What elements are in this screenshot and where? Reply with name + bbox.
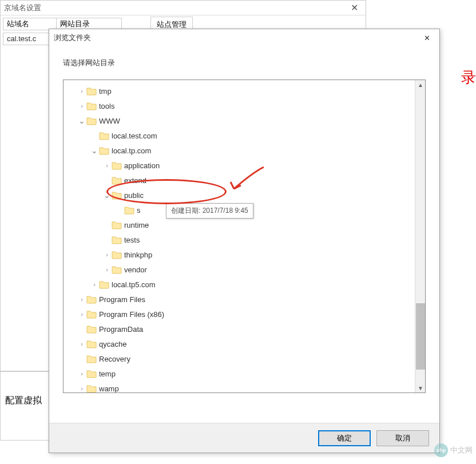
tree-arrow-icon[interactable]: ⌄: [77, 116, 86, 125]
folder-icon: [86, 369, 97, 378]
scrollbar[interactable]: ▲ ▼: [415, 80, 425, 392]
tree-item-label: extend: [124, 176, 146, 185]
bg-bottom-label: 配置虚拟: [5, 395, 42, 405]
dialog-close-button[interactable]: ✕: [414, 29, 439, 46]
tree-item-tmp[interactable]: ›tmp: [77, 84, 415, 98]
cancel-button-label: 取消: [395, 433, 410, 443]
folder-icon: [86, 384, 97, 392]
tree-item-temp[interactable]: ›temp: [77, 366, 415, 381]
bg-title-text: 京域名设置: [4, 1, 41, 15]
tree-item-tools[interactable]: ›tools: [77, 98, 415, 113]
folder-icon: [86, 86, 97, 96]
folder-icon: [112, 220, 122, 229]
scroll-thumb[interactable]: [416, 303, 425, 370]
tree-item-label: s: [137, 206, 141, 215]
folder-icon: [112, 176, 122, 185]
watermark-logo-icon: php: [434, 443, 448, 457]
bg-close-icon[interactable]: ✕: [343, 1, 366, 15]
folder-icon: [86, 101, 97, 110]
dialog-body: 请选择网站目录 ›tmp›tools⌄WWWlocal.test.com⌄loc…: [49, 46, 439, 393]
folder-icon: [86, 310, 97, 319]
tree-item-label: thinkphp: [124, 251, 152, 259]
tree-arrow-icon[interactable]: ›: [77, 370, 86, 377]
tree-item-programdata[interactable]: ProgramData: [77, 322, 415, 336]
scroll-down-icon[interactable]: ▼: [416, 383, 425, 392]
tree-item-label: qycache: [99, 340, 126, 348]
tree-item-label: tools: [99, 102, 114, 110]
tree-item-extend[interactable]: extend: [77, 173, 415, 188]
tree-item-runtime[interactable]: runtime: [77, 217, 415, 232]
dialog-title-text: 浏览文件夹: [54, 33, 91, 43]
tree-item-label: Recovery: [99, 355, 130, 363]
folder-icon: [86, 354, 97, 363]
tree-arrow-icon[interactable]: ›: [77, 296, 86, 303]
tree-item-application[interactable]: ›application: [77, 158, 415, 173]
tree-arrow-icon[interactable]: ›: [77, 102, 86, 109]
tree-container: ›tmp›tools⌄WWWlocal.test.com⌄local.tp.co…: [63, 80, 426, 393]
folder-icon: [112, 235, 122, 244]
tree-item-public[interactable]: ⌄public: [77, 188, 415, 203]
watermark: php 中文网: [434, 443, 473, 457]
tree-arrow-icon[interactable]: ⌄: [102, 191, 112, 200]
folder-icon: [86, 324, 97, 334]
folder-icon: [99, 280, 109, 289]
watermark-text: 中文网: [450, 445, 473, 455]
folder-icon: [86, 295, 97, 304]
folder-icon: [86, 116, 97, 125]
tree-arrow-icon[interactable]: ›: [77, 88, 86, 94]
folder-icon: [124, 205, 134, 215]
ok-button-label: 确定: [337, 433, 352, 443]
tree-arrow-icon[interactable]: ›: [102, 266, 112, 273]
tree-item-label: local.tp5.com: [112, 280, 156, 289]
folder-tree[interactable]: ›tmp›tools⌄WWWlocal.test.com⌄local.tp.co…: [64, 80, 415, 392]
tree-arrow-icon[interactable]: ⌄: [90, 146, 99, 155]
tree-item-label: WWW: [99, 117, 120, 125]
tooltip: 创建日期: 2017/7/18 9:45: [166, 203, 253, 219]
folder-icon: [112, 161, 122, 170]
tree-item-label: local.test.com: [112, 132, 157, 140]
tree-item-qycache[interactable]: ›qycache: [77, 336, 415, 351]
tree-item-label: runtime: [124, 221, 149, 229]
tree-item-local-tp-com[interactable]: ⌄local.tp.com: [77, 143, 415, 158]
tree-item-label: tests: [124, 236, 140, 244]
tree-arrow-icon[interactable]: ›: [90, 281, 99, 288]
dialog-titlebar: 浏览文件夹 ✕: [49, 29, 439, 46]
close-icon: ✕: [424, 34, 430, 42]
tree-arrow-icon[interactable]: ›: [77, 385, 86, 392]
tree-arrow-icon[interactable]: ›: [77, 311, 86, 318]
tree-item-local-tp5-com[interactable]: ›local.tp5.com: [77, 277, 415, 292]
tree-item-program-files[interactable]: ›Program Files: [77, 292, 415, 307]
tree-item-thinkphp[interactable]: ›thinkphp: [77, 247, 415, 262]
tree-item-wamp[interactable]: ›wamp: [77, 381, 415, 392]
tree-item-label: tmp: [99, 87, 112, 96]
red-char: 录: [461, 68, 476, 88]
tree-item-label: application: [124, 161, 160, 170]
tree-item-label: public: [124, 191, 144, 200]
folder-icon: [112, 250, 122, 259]
tree-arrow-icon[interactable]: ›: [102, 162, 112, 169]
dialog-prompt: 请选择网站目录: [63, 58, 426, 68]
folder-icon: [86, 339, 97, 348]
folder-icon: [99, 131, 109, 140]
tree-item-recovery[interactable]: Recovery: [77, 351, 415, 366]
scroll-up-icon[interactable]: ▲: [416, 80, 425, 89]
dialog-footer: 确定 取消: [49, 423, 439, 453]
tree-item-label: vendor: [124, 265, 147, 274]
tree-arrow-icon[interactable]: ›: [102, 251, 112, 258]
bg-titlebar: 京域名设置 ✕: [1, 1, 366, 15]
tree-item-tests[interactable]: tests: [77, 232, 415, 247]
tree-item-vendor[interactable]: ›vendor: [77, 262, 415, 277]
tree-item-label: local.tp.com: [112, 146, 151, 155]
tree-item-local-test-com[interactable]: local.test.com: [77, 128, 415, 143]
tree-item-www[interactable]: ⌄WWW: [77, 113, 415, 128]
folder-icon: [99, 146, 109, 155]
tree-item-program-files-x86-[interactable]: ›Program Files (x86): [77, 307, 415, 322]
ok-button[interactable]: 确定: [318, 430, 371, 446]
tree-item-label: Program Files: [99, 295, 145, 304]
tree-item-label: Program Files (x86): [99, 310, 164, 319]
tree-item-label: temp: [99, 370, 116, 378]
browse-folder-dialog: 浏览文件夹 ✕ 请选择网站目录 ›tmp›tools⌄WWWlocal.test…: [49, 29, 440, 453]
tree-item-label: ProgramData: [99, 325, 143, 334]
tree-arrow-icon[interactable]: ›: [77, 340, 86, 347]
cancel-button[interactable]: 取消: [376, 430, 429, 446]
